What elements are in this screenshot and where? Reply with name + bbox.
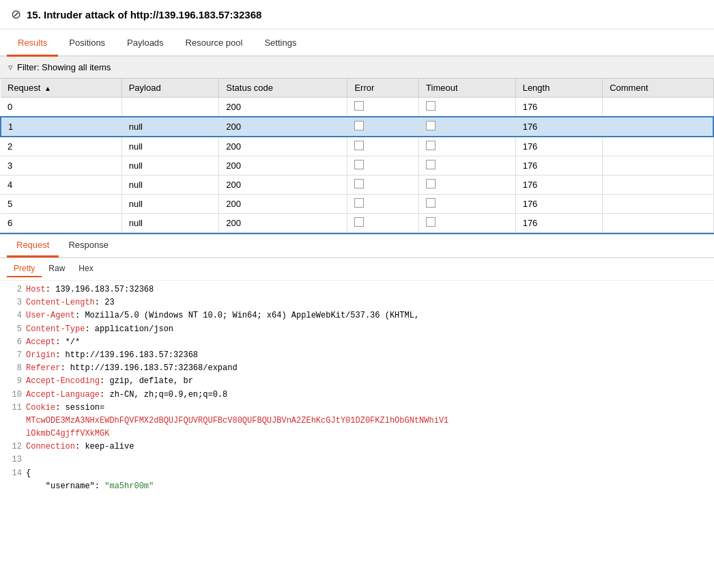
cell-request: 1 [1,117,122,137]
line-content: Cookie: session= [26,402,104,415]
error-checkbox[interactable] [354,217,364,227]
header-colon: : Mozilla/5.0 (Windows NT 10.0; Win64; x… [75,311,419,320]
error-checkbox[interactable] [354,198,364,208]
main-tabs: Results Positions Payloads Resource pool… [0,31,714,57]
results-table: Request ▲ Payload Status code Error Time… [0,79,714,233]
col-error[interactable]: Error [347,79,419,98]
cell-payload: null [122,156,219,176]
header-colon: : */* [55,337,80,347]
col-status[interactable]: Status code [219,79,347,98]
cell-status: 200 [219,176,347,195]
cell-payload [122,98,219,117]
tab-settings[interactable]: Settings [253,31,307,57]
table-row[interactable]: 2 null 200 176 [1,137,713,156]
header-colon: : zh-CN, zh;q=0.9,en;q=0.8 [100,390,227,400]
cell-status: 200 [219,98,347,117]
tab-results[interactable]: Results [7,31,58,57]
line-number: 7 [5,349,22,362]
line-content: Content-Type: application/json [26,323,173,336]
table-row[interactable]: 6 null 200 176 [1,214,713,233]
code-line: 12Connection: keep-alive [5,440,709,453]
format-pretty[interactable]: Pretty [7,261,42,277]
table-row[interactable]: 3 null 200 176 [1,156,713,176]
cell-request: 3 [1,156,122,176]
line-number: 4 [5,309,22,322]
cell-length: 176 [515,176,602,195]
cell-payload: null [122,117,219,137]
cell-length: 176 [515,137,602,156]
header-colon: : application/json [85,324,173,334]
line-number: 6 [5,336,22,349]
tab-resource-pool[interactable]: Resource pool [175,31,254,57]
error-checkbox[interactable] [354,101,364,111]
line-number: 14 [5,467,22,480]
line-content: Accept-Language: zh-CN, zh;q=0.9,en;q=0.… [26,389,227,402]
timeout-checkbox[interactable] [426,141,435,150]
col-request[interactable]: Request ▲ [1,79,122,98]
app-header: ⊘ 15. Intruder attack of http://139.196.… [0,0,714,29]
error-checkbox[interactable] [354,160,364,169]
cell-status: 200 [219,195,347,214]
table-row[interactable]: 4 null 200 176 [1,176,713,195]
header-colon: : http://139.196.183.57:32368/expand [60,363,237,373]
timeout-checkbox[interactable] [426,121,435,130]
error-checkbox[interactable] [354,179,364,188]
error-checkbox[interactable] [354,141,364,150]
timeout-checkbox[interactable] [426,101,435,111]
line-number [5,415,22,428]
table-row[interactable]: 1 null 200 176 [1,117,713,137]
timeout-checkbox[interactable] [426,198,435,208]
cell-comment [603,195,713,214]
line-content: Accept: */* [26,336,80,349]
results-table-container: Request ▲ Payload Status code Error Time… [0,79,714,234]
tab-payloads[interactable]: Payloads [116,31,174,57]
timeout-checkbox[interactable] [426,179,435,188]
col-payload[interactable]: Payload [122,79,219,98]
cell-error [347,98,419,117]
code-line: 5Content-Type: application/json [5,323,709,336]
cell-error [347,156,419,176]
cell-request: 6 [1,214,122,233]
line-number [5,428,22,440]
format-tabs: Pretty Raw Hex [0,258,714,281]
cell-request: 2 [1,137,122,156]
line-number: 8 [5,362,22,375]
cell-error [347,117,419,137]
cell-timeout [419,156,516,176]
timeout-checkbox[interactable] [426,160,435,169]
code-line: 8Referer: http://139.196.183.57:32368/ex… [5,362,709,375]
tab-response[interactable]: Response [59,234,118,257]
cell-status: 200 [219,214,347,233]
line-content: Referer: http://139.196.183.57:32368/exp… [26,362,238,375]
cell-comment [603,137,713,156]
code-line: 3Content-Length: 23 [5,296,709,309]
line-content: { [26,467,31,480]
line-number: 10 [5,389,22,402]
col-timeout[interactable]: Timeout [419,79,516,98]
line-content: Connection: keep-alive [26,440,134,453]
code-line: 6Accept: */* [5,336,709,349]
tab-positions[interactable]: Positions [58,31,116,57]
format-hex[interactable]: Hex [72,261,100,277]
filter-text: Filter: Showing all items [17,62,111,72]
cell-comment [603,214,713,233]
format-raw[interactable]: Raw [42,261,72,277]
col-length[interactable]: Length [515,79,602,98]
col-comment[interactable]: Comment [603,79,713,98]
line-content: lOkmbC4gjffVXkMGK [26,428,109,440]
table-row[interactable]: 0 200 176 [1,98,713,117]
tab-request[interactable]: Request [7,234,59,257]
line-number: 9 [5,375,22,388]
timeout-checkbox[interactable] [426,217,435,227]
header-colon: : 23 [95,298,115,307]
error-checkbox[interactable] [354,121,364,130]
table-row[interactable]: 5 null 200 176 [1,195,713,214]
cell-request: 4 [1,176,122,195]
cell-payload: null [122,214,219,233]
line-number: 11 [5,402,22,415]
line-content: Content-Length: 23 [26,296,115,309]
line-content: Accept-Encoding: gzip, deflate, br [26,375,193,388]
cell-length: 176 [515,156,602,176]
cell-status: 200 [219,137,347,156]
line-content: Host: 139.196.183.57:32368 [26,283,154,296]
